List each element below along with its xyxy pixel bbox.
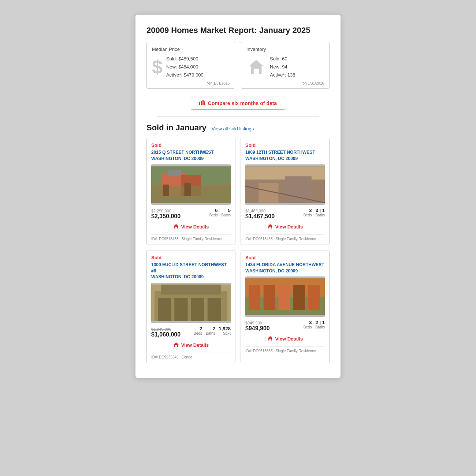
listing-id: ID#: DC9518463 | Single Family Residence — [151, 234, 231, 241]
svg-rect-9 — [168, 170, 181, 176]
inventory-new: New: 94 — [270, 63, 295, 71]
listing-image — [151, 283, 231, 323]
listings-grid: Sold 2015 Q STREET NORTHWESTWASHINGTON, … — [146, 138, 330, 363]
view-details-label: View Details — [181, 224, 209, 230]
house-red-icon — [267, 336, 273, 342]
median-price-box: Median Price $ Sold: $489,500 New: $484,… — [146, 42, 235, 89]
beds-value: 3 — [309, 320, 312, 325]
view-details-label: View Details — [181, 342, 209, 348]
stats-row: Median Price $ Sold: $489,500 New: $484,… — [146, 42, 330, 89]
view-details-button[interactable]: View Details — [245, 222, 325, 231]
price-original: $2,250,000 — [151, 209, 181, 213]
median-sold: Sold: $489,500 — [166, 55, 204, 63]
inventory-footnote: *on 1/31/2016 — [246, 81, 324, 85]
view-details-button[interactable]: View Details — [245, 334, 325, 343]
baths-label: Baths — [315, 325, 325, 329]
price-details-container: $2,250,000 $2,350,000 6 Beds 5 Baths — [151, 208, 231, 221]
svg-rect-42 — [278, 285, 290, 310]
price-details-container: $1,049,900 $1,060,000 2 Beds 2 Baths 1,9… — [151, 326, 231, 339]
svg-rect-31 — [191, 298, 204, 321]
report-title: 20009 Homes Market Report: January 2025 — [146, 26, 330, 35]
listing-address[interactable]: 1909 12TH STREET NORTHWESTWASHINGTON, DC… — [245, 149, 325, 162]
view-details-label: View Details — [275, 336, 303, 342]
median-active: Active*: $479,000 — [166, 71, 204, 79]
chart-icon — [199, 100, 205, 106]
svg-rect-30 — [174, 298, 187, 321]
svg-rect-35 — [175, 345, 177, 347]
svg-rect-13 — [184, 183, 191, 196]
dollar-icon: $ — [152, 57, 163, 77]
view-details-button[interactable]: View Details — [151, 222, 231, 231]
inventory-values: Sold: 60 New: 94 Active*: 138 — [270, 55, 295, 79]
view-all-link[interactable]: View all sold listings — [212, 126, 254, 131]
sqft-label: SqFt — [223, 331, 231, 335]
listing-status: Sold — [151, 255, 231, 260]
listing-id: ID#: DC9518463 | Single Family Residence — [245, 234, 325, 241]
baths-value: 2 — [212, 326, 215, 331]
compare-btn-row: Compare six months of data — [146, 97, 330, 109]
price-block: $1,049,900 $1,060,000 — [151, 327, 181, 338]
details-row: 3 Beds 2 | 1 Baths — [300, 320, 325, 329]
compare-button[interactable]: Compare six months of data — [191, 97, 285, 109]
house-red-icon — [267, 224, 273, 230]
listing-image — [245, 276, 325, 317]
price-details-container: $949,900 $949,900 3 Beds 2 | 1 Baths — [245, 320, 325, 333]
details-row: 6 Beds 5 Baths — [206, 208, 231, 217]
house-red-icon — [173, 224, 179, 230]
listing-card: Sold 1300 EUCLID STREET NORTHWEST #6WASH… — [146, 250, 235, 363]
svg-rect-41 — [264, 285, 275, 310]
price-original: $949,900 — [245, 321, 270, 325]
compare-btn-label: Compare six months of data — [208, 100, 277, 106]
beds-value: 3 — [309, 208, 312, 213]
svg-rect-24 — [269, 227, 271, 228]
sqft-value: 1,928 — [219, 326, 231, 331]
listing-address[interactable]: 1434 FLORIDA AVENUE NORTHWESTWASHINGTON,… — [245, 262, 325, 274]
beds-label: Beds — [209, 213, 218, 217]
report-container: 20009 Homes Market Report: January 2025 … — [135, 15, 341, 378]
listing-address[interactable]: 2015 Q STREET NORTHWESTWASHINGTON, DC 20… — [151, 149, 231, 162]
price-main: $949,900 — [245, 325, 270, 332]
baths-value: 2 | 1 — [316, 320, 325, 325]
section-divider — [157, 116, 319, 116]
listing-image — [151, 164, 231, 205]
median-footnote: *on 1/31/2016 — [152, 81, 230, 85]
svg-rect-33 — [161, 285, 221, 295]
price-original: $1,049,900 — [151, 327, 181, 331]
listing-status: Sold — [245, 255, 325, 260]
house-red-icon — [173, 342, 179, 348]
listing-card: Sold 1434 FLORIDA AVENUE NORTHWESTWASHIN… — [241, 250, 330, 363]
svg-rect-15 — [175, 227, 177, 228]
svg-rect-1 — [254, 69, 259, 74]
median-price-label: Median Price — [152, 47, 230, 52]
svg-rect-43 — [293, 285, 305, 310]
inventory-active: Active*: 138 — [270, 71, 295, 79]
beds-label: Beds — [304, 213, 312, 217]
listing-card: Sold 2015 Q STREET NORTHWESTWASHINGTON, … — [146, 138, 235, 245]
price-main: $1,060,000 — [151, 331, 181, 338]
svg-rect-5 — [204, 101, 205, 105]
price-original: $1,485,000 — [245, 209, 275, 213]
baths-label: Baths — [221, 213, 231, 217]
listing-id: ID#: DC9518685 | Single Family Residence — [245, 346, 325, 353]
details-row: 2 Beds 2 Baths 1,928 SqFt — [190, 326, 231, 335]
median-new: New: $484,000 — [166, 63, 204, 71]
svg-rect-2 — [199, 102, 200, 105]
svg-rect-32 — [208, 298, 221, 321]
svg-rect-46 — [269, 339, 271, 341]
inventory-box: Inventory Sold: 60 New: 94 Active*: 138 … — [241, 42, 330, 89]
baths-label: Baths — [206, 331, 215, 335]
view-details-button[interactable]: View Details — [151, 341, 231, 350]
svg-rect-44 — [308, 285, 320, 310]
price-details-container: $1,485,000 $1,467,500 3 Beds 3 | 1 Baths — [245, 208, 325, 221]
price-block: $1,485,000 $1,467,500 — [245, 209, 275, 220]
listing-status: Sold — [151, 142, 231, 148]
baths-label: Baths — [315, 213, 325, 217]
price-main: $2,350,000 — [151, 213, 181, 220]
baths-value: 3 | 1 — [316, 208, 325, 213]
beds-value: 6 — [215, 208, 217, 213]
price-block: $2,250,000 $2,350,000 — [151, 209, 181, 220]
section-title: Sold in January — [146, 123, 207, 133]
listing-address[interactable]: 1300 EUCLID STREET NORTHWEST #6WASHINGTO… — [151, 262, 231, 280]
svg-rect-12 — [163, 185, 169, 196]
baths-value: 5 — [228, 208, 231, 213]
